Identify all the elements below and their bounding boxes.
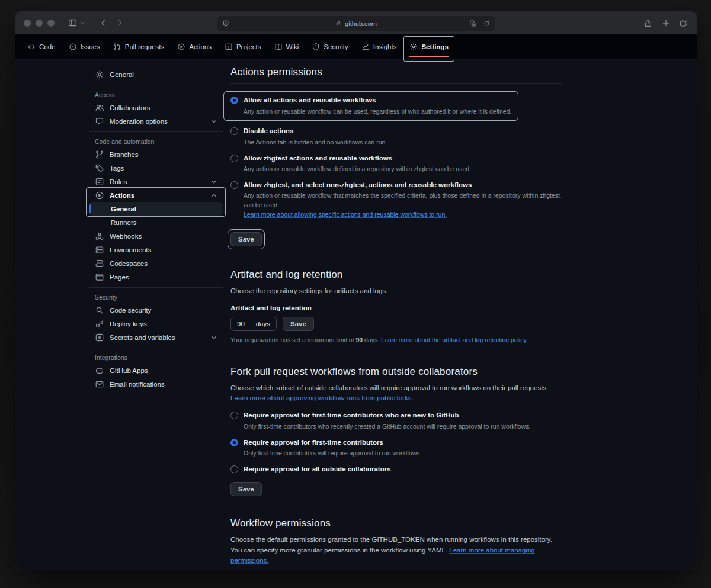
save-fork-settings-button[interactable]: Save bbox=[230, 482, 262, 496]
radio-approval-first-time[interactable]: Require approval for first-time contribu… bbox=[230, 438, 562, 458]
book-icon bbox=[274, 43, 283, 51]
sidebar-chevron-icon[interactable] bbox=[79, 19, 88, 27]
sidebar-divider bbox=[89, 131, 223, 132]
tab-projects[interactable]: Projects bbox=[219, 34, 267, 59]
radio-icon[interactable] bbox=[230, 127, 238, 135]
radio-allow-org-actions[interactable]: Allow zhgtest actions and reusable workf… bbox=[230, 154, 562, 174]
sidebar-divider bbox=[89, 348, 223, 348]
sidebar-item-code-security[interactable]: Code security bbox=[89, 303, 223, 317]
hubot-icon bbox=[95, 366, 104, 375]
focused-option-box: Allow all actions and reusable workflows… bbox=[223, 91, 518, 121]
sidebar-section-access: Access bbox=[89, 89, 223, 101]
tab-label: Projects bbox=[236, 43, 261, 50]
tab-label: Code bbox=[39, 43, 56, 50]
tab-insights[interactable]: Insights bbox=[356, 34, 403, 59]
browser-window: github.com Code Issues Pull requests Act… bbox=[15, 12, 697, 570]
sidebar-item-general[interactable]: General bbox=[89, 68, 223, 81]
retention-days-input[interactable]: 90 days bbox=[230, 317, 277, 331]
chevron-down-icon bbox=[210, 333, 218, 342]
settings-page: General Access Collaborators Moderation … bbox=[15, 59, 697, 569]
sidebar-item-moderation-options[interactable]: Moderation options bbox=[89, 114, 223, 128]
tab-security[interactable]: Security bbox=[306, 34, 354, 59]
sidebar-toggle-icon[interactable] bbox=[65, 16, 79, 30]
sidebar-item-environments[interactable]: Environments bbox=[89, 243, 223, 256]
sidebar-item-webhooks[interactable]: Webhooks bbox=[89, 229, 223, 243]
sidebar-item-actions-general[interactable]: General bbox=[89, 202, 223, 216]
retention-policy-link[interactable]: Learn more about the artifact and log re… bbox=[381, 336, 528, 343]
shield-icon bbox=[312, 43, 320, 51]
radio-icon[interactable] bbox=[230, 97, 238, 104]
tab-label: Insights bbox=[373, 43, 397, 50]
save-retention-button[interactable]: Save bbox=[283, 317, 314, 331]
sidebar-item-actions[interactable]: Actions bbox=[89, 188, 223, 202]
forward-button[interactable] bbox=[113, 16, 127, 30]
sidebar-item-codespaces[interactable]: Codespaces bbox=[89, 256, 223, 270]
zoom-window-button[interactable] bbox=[47, 20, 55, 27]
sidebar-section-security: Security bbox=[89, 291, 223, 303]
play-circle-icon bbox=[95, 191, 104, 200]
focused-button-box: Save bbox=[228, 229, 265, 249]
tab-pull-requests[interactable]: Pull requests bbox=[107, 34, 170, 59]
radio-icon[interactable] bbox=[230, 439, 238, 446]
code-icon bbox=[27, 43, 36, 51]
close-window-button[interactable] bbox=[24, 20, 31, 27]
browser-toolbar: github.com bbox=[15, 12, 697, 34]
sidebar-item-actions-runners[interactable]: Runners bbox=[89, 216, 223, 229]
codespaces-icon bbox=[95, 259, 104, 268]
sidebar-item-secrets-variables[interactable]: Secrets and variables bbox=[89, 330, 223, 344]
tab-label: Settings bbox=[421, 43, 448, 50]
address-bar[interactable]: github.com bbox=[217, 16, 495, 31]
tab-actions[interactable]: Actions bbox=[171, 34, 217, 59]
sidebar-actions-group: Actions General bbox=[89, 188, 223, 216]
artifact-retention-heading: Artifact and log retention bbox=[230, 269, 562, 281]
radio-icon[interactable] bbox=[230, 155, 238, 162]
webhook-icon bbox=[95, 232, 104, 241]
save-actions-permissions-button[interactable]: Save bbox=[230, 232, 262, 246]
minimize-window-button[interactable] bbox=[36, 20, 43, 27]
radio-icon[interactable] bbox=[230, 465, 238, 473]
tab-overview-icon[interactable] bbox=[679, 18, 688, 28]
translate-icon[interactable] bbox=[469, 20, 477, 27]
sidebar-section-integrations: Integrations bbox=[89, 352, 223, 364]
sidebar-item-tags[interactable]: Tags bbox=[89, 161, 223, 175]
tab-label: Security bbox=[324, 43, 348, 50]
tab-wiki[interactable]: Wiki bbox=[268, 34, 305, 59]
sidebar-section-code-automation: Code and automation bbox=[89, 136, 223, 147]
tab-issues[interactable]: Issues bbox=[63, 34, 106, 59]
section-fork-pr-workflows: Fork pull request workflows from outside… bbox=[230, 366, 562, 497]
workflow-permissions-heading: Workflow permissions bbox=[230, 518, 562, 529]
radio-allow-all-actions[interactable]: Allow all actions and reusable workflows… bbox=[230, 96, 511, 116]
section-artifact-retention: Artifact and log retention Choose the re… bbox=[230, 269, 562, 343]
secret-icon bbox=[95, 333, 104, 342]
fork-approval-link[interactable]: Learn more about approving workflow runs… bbox=[230, 394, 414, 401]
table-icon bbox=[225, 43, 233, 51]
retention-value: 90 bbox=[237, 320, 245, 327]
reload-icon[interactable] bbox=[483, 20, 491, 27]
sidebar-item-collaborators[interactable]: Collaborators bbox=[89, 101, 223, 114]
radio-allow-select-actions[interactable]: Allow zhgtest, and select non-zhgtest, a… bbox=[230, 181, 562, 220]
browser-icon bbox=[95, 272, 104, 282]
tab-code[interactable]: Code bbox=[21, 34, 62, 59]
sidebar-item-email-notifications[interactable]: Email notifications bbox=[89, 377, 223, 391]
new-tab-icon[interactable] bbox=[661, 18, 671, 28]
radio-icon[interactable] bbox=[230, 181, 238, 189]
graph-icon bbox=[361, 43, 370, 51]
settings-sidebar: General Access Collaborators Moderation … bbox=[89, 68, 223, 391]
learn-more-specific-actions-link[interactable]: Learn more about allowing specific actio… bbox=[244, 211, 447, 218]
tab-label: Issues bbox=[81, 43, 100, 50]
sidebar-item-deploy-keys[interactable]: Deploy keys bbox=[89, 317, 223, 330]
sidebar-divider bbox=[89, 287, 223, 288]
back-button[interactable] bbox=[96, 16, 110, 30]
radio-approval-new-to-github[interactable]: Require approval for first-time contribu… bbox=[230, 411, 562, 431]
radio-icon[interactable] bbox=[230, 412, 238, 419]
gear-icon bbox=[409, 43, 418, 51]
tab-settings[interactable]: Settings bbox=[403, 34, 454, 59]
radio-disable-actions[interactable]: Disable actions The Actions tab is hidde… bbox=[230, 127, 562, 147]
share-icon[interactable] bbox=[643, 18, 653, 28]
sidebar-item-rules[interactable]: Rules bbox=[89, 175, 223, 188]
people-icon bbox=[95, 103, 104, 113]
sidebar-item-branches[interactable]: Branches bbox=[89, 147, 223, 161]
sidebar-item-github-apps[interactable]: GitHub Apps bbox=[89, 364, 223, 377]
radio-approval-all-outside[interactable]: Require approval for all outside collabo… bbox=[230, 465, 562, 474]
sidebar-item-pages[interactable]: Pages bbox=[89, 270, 223, 284]
